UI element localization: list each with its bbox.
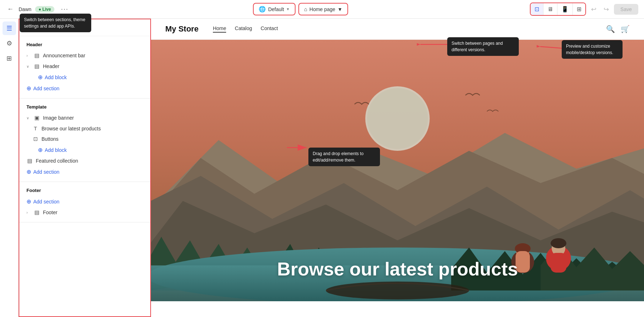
- svg-rect-20: [551, 253, 566, 273]
- add-section-button-footer[interactable]: ⊕ Add section: [19, 196, 150, 207]
- chevron-down-icon: ▼: [286, 7, 290, 11]
- apps-icon: ⊞: [6, 54, 12, 62]
- sections-icon: ☰: [6, 24, 12, 32]
- sections-sidebar-button[interactable]: ☰: [3, 21, 16, 35]
- add-section-button-template[interactable]: ⊕ Add section: [19, 166, 150, 177]
- add-block-label-template: Add block: [45, 147, 67, 153]
- plus-icon-2: ⊕: [26, 85, 31, 92]
- add-section-label-header: Add section: [33, 86, 59, 91]
- store-preview: My Store Home Catalog Contact 🔍 🛒: [151, 19, 644, 317]
- footer-section-title: Footer: [19, 186, 150, 196]
- section-icon: ▤: [34, 52, 40, 59]
- add-block-button-header[interactable]: ⊕ Add block: [19, 72, 150, 83]
- buttons-item[interactable]: ⊡ Buttons: [19, 134, 150, 144]
- default-label: Default: [268, 6, 284, 12]
- add-section-label-footer: Add section: [33, 199, 59, 205]
- nav-link-home[interactable]: Home: [213, 25, 226, 33]
- topbar-right: ⊡ 🖥 📱 ⊞ ↩ ↪ Save: [530, 3, 638, 16]
- announcement-bar-item[interactable]: › ▤ Announcement bar: [19, 50, 150, 61]
- undo-button[interactable]: ↩: [589, 4, 599, 15]
- left-panel: Home page Header › ▤ Announcement bar ∨ …: [19, 19, 151, 317]
- store-nav-icons: 🔍 🛒: [606, 25, 630, 33]
- desktop-view-button[interactable]: 🖥: [543, 4, 557, 15]
- svg-point-2: [367, 88, 428, 149]
- store-navigation: My Store Home Catalog Contact 🔍 🛒: [151, 19, 644, 40]
- image-banner-label: Image banner: [43, 115, 74, 121]
- add-block-label: Add block: [45, 75, 67, 80]
- redo-button[interactable]: ↪: [601, 4, 611, 15]
- save-button[interactable]: Save: [614, 4, 638, 15]
- nav-link-contact[interactable]: Contact: [261, 25, 278, 33]
- header-section-title: Header: [19, 40, 150, 50]
- home-icon: ⌂: [304, 6, 307, 12]
- svg-point-19: [551, 238, 566, 248]
- template-section-group: Template ∨ ▣ Image banner T Browse our l…: [19, 99, 150, 182]
- chevron-right-icon: ›: [26, 54, 31, 58]
- text-icon: T: [32, 125, 39, 131]
- chevron-down-icon-2: ▼: [337, 6, 342, 12]
- svg-line-27: [540, 47, 564, 48]
- globe-icon: 🌐: [259, 6, 266, 13]
- browse-products-label: Browse our latest products: [42, 126, 101, 131]
- mobile-icon: 📱: [561, 6, 569, 12]
- wide-desktop-view-button[interactable]: ⊡: [531, 3, 543, 15]
- hero-section: Browse our latest products: [151, 40, 644, 301]
- footer-label: Footer: [43, 210, 57, 215]
- template-section-title: Template: [19, 103, 150, 112]
- desktop-icon: 🖥: [547, 6, 553, 12]
- icon-sidebar: ☰ ⚙ ⊞: [0, 19, 19, 317]
- buttons-label: Buttons: [42, 136, 58, 142]
- live-badge[interactable]: ● Live: [35, 6, 55, 13]
- header-section-group: Header › ▤ Announcement bar ∨ ▤ Header ⊕…: [19, 36, 150, 99]
- back-button[interactable]: ←: [6, 4, 15, 14]
- footer-icon: ▤: [34, 209, 40, 216]
- page-title: Home page: [26, 25, 57, 31]
- app-icon: ⊞: [577, 6, 581, 12]
- app-view-button[interactable]: ⊞: [573, 3, 585, 15]
- image-banner-icon: ▣: [34, 115, 40, 121]
- plus-icon-5: ⊕: [26, 198, 31, 205]
- preview-arrow-svg: [537, 43, 565, 54]
- header-label: Header: [43, 63, 59, 69]
- footer-section-group: Footer ⊕ Add section › ▤ Footer: [19, 182, 150, 222]
- nav-link-catalog[interactable]: Catalog: [235, 25, 252, 33]
- cart-icon[interactable]: 🛒: [621, 25, 630, 33]
- header-item[interactable]: ∨ ▤ Header: [19, 61, 150, 72]
- footer-item[interactable]: › ▤ Footer: [19, 207, 150, 218]
- chevron-down-icon-banner: ∨: [26, 116, 31, 120]
- pages-arrow-svg: [417, 41, 449, 48]
- svg-point-21: [326, 282, 469, 299]
- drag-arrow-svg: [285, 137, 314, 158]
- topbar-left: ← Dawn ● Live ··· Switch between section…: [6, 4, 71, 14]
- browse-products-item[interactable]: T Browse our latest products: [19, 123, 150, 134]
- page-label: Home page: [309, 6, 335, 12]
- add-block-button-template[interactable]: ⊕ Add block: [19, 144, 150, 155]
- mobile-view-button[interactable]: 📱: [557, 3, 573, 15]
- left-panel-header: Home page: [19, 19, 150, 36]
- buttons-icon: ⊡: [32, 136, 39, 142]
- featured-collection-item[interactable]: ▤ Featured collection: [19, 155, 150, 166]
- topbar: ← Dawn ● Live ··· Switch between section…: [0, 0, 644, 19]
- featured-icon: ▤: [26, 158, 33, 164]
- settings-sidebar-button[interactable]: ⚙: [3, 37, 16, 50]
- more-button[interactable]: ···: [58, 4, 71, 14]
- plus-icon: ⊕: [38, 74, 43, 81]
- gear-icon: ⚙: [6, 39, 12, 47]
- topbar-center: 🌐 Default ▼ ⌂ Home page ▼: [75, 3, 526, 15]
- add-section-label-template: Add section: [33, 169, 59, 175]
- plus-icon-4: ⊕: [26, 168, 31, 175]
- announcement-bar-label: Announcement bar: [43, 53, 85, 58]
- apps-sidebar-button[interactable]: ⊞: [3, 52, 16, 65]
- main-area: ☰ ⚙ ⊞ Home page Header › ▤ Announcement …: [0, 19, 644, 317]
- default-dropdown-button[interactable]: 🌐 Default ▼: [253, 3, 295, 15]
- featured-collection-label: Featured collection: [36, 158, 78, 164]
- image-banner-item[interactable]: ∨ ▣ Image banner: [19, 112, 150, 123]
- chevron-down-icon-header: ∨: [26, 64, 31, 68]
- store-logo: My Store: [165, 24, 199, 34]
- hero-text: Browse our latest products: [277, 258, 518, 280]
- page-dropdown-button[interactable]: ⌂ Home page ▼: [298, 3, 348, 15]
- add-section-button-header[interactable]: ⊕ Add section: [19, 83, 150, 94]
- view-buttons-group: ⊡ 🖥 📱 ⊞: [530, 3, 586, 16]
- search-icon[interactable]: 🔍: [606, 25, 615, 33]
- chevron-right-footer-icon: ›: [26, 211, 31, 215]
